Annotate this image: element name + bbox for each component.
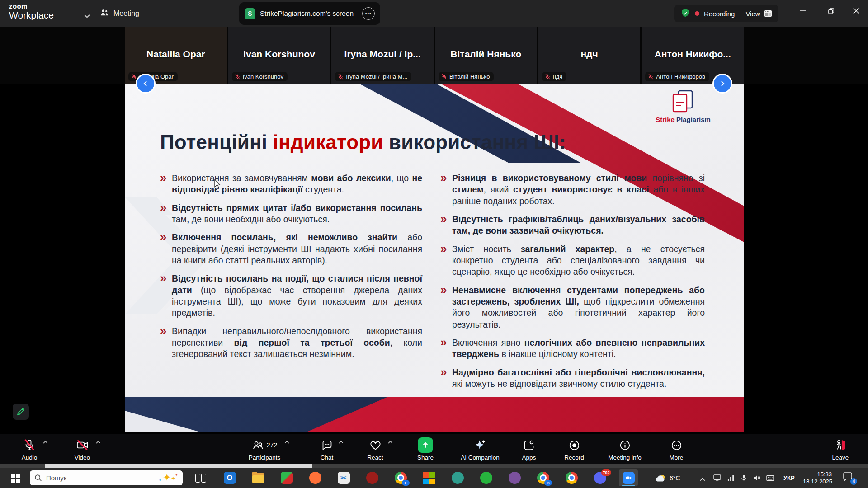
monitor-icon[interactable] [713, 474, 721, 481]
slide-title: Потенційні індикатори використання ШІ: [160, 131, 566, 154]
participant-label-text: Віталій Нянько [449, 73, 490, 80]
messenger-unread-icon[interactable]: 702 [590, 469, 609, 486]
tab-options-icon[interactable]: ••• [362, 7, 375, 20]
microphone-muted-icon [648, 74, 654, 80]
chrome-icon[interactable] [562, 469, 581, 486]
leave-button[interactable]: Leave [816, 437, 865, 461]
speaker-icon[interactable] [753, 474, 760, 481]
shared-screen-slide: Strike Plagiarism Потенційні індикатори … [125, 84, 744, 432]
logo-word-zoom: zoom [9, 3, 54, 9]
previous-participants-button[interactable] [136, 74, 156, 94]
view-grid-icon [764, 10, 772, 17]
react-button[interactable]: React [350, 437, 400, 461]
earth-browser-icon[interactable] [448, 469, 467, 486]
microphone-tray-icon[interactable] [741, 474, 747, 482]
snipping-tool-icon[interactable]: ✂ [334, 469, 353, 486]
chevrons-bullet-icon: » [440, 367, 452, 390]
scrollbar-thumb[interactable] [45, 464, 312, 468]
viber-icon[interactable] [505, 469, 524, 486]
chat-options-chevron-icon[interactable] [339, 437, 344, 446]
annotate-button[interactable] [13, 404, 29, 420]
paint-red-icon[interactable] [363, 469, 382, 486]
participants-button[interactable]: 272 Participants [235, 437, 294, 461]
close-button[interactable] [844, 0, 868, 22]
chevron-down-icon[interactable] [84, 12, 90, 20]
keyboard-icon[interactable] [766, 475, 774, 481]
start-button[interactable] [6, 471, 24, 485]
restore-button[interactable] [819, 0, 843, 22]
chevrons-bullet-icon: » [440, 173, 452, 207]
zoom-toolbar: Audio Video [0, 434, 868, 464]
slide-title-segment: індикатори [273, 131, 383, 153]
clock-widget[interactable]: 15:33 18.12.2025 [803, 471, 832, 486]
network-icon[interactable] [727, 474, 735, 481]
microphone-muted-icon [235, 74, 241, 80]
share-button[interactable]: Share [401, 437, 450, 461]
firefox-icon[interactable] [306, 469, 325, 486]
finereader-icon[interactable] [277, 469, 296, 486]
participant-tile[interactable]: Віталій НянькоВіталій Нянько [435, 27, 537, 84]
office-hub-icon[interactable] [420, 469, 439, 486]
bullet-text: Зміст носить загальний характер, а не ст… [452, 244, 705, 278]
recording-label: Recording [704, 10, 735, 18]
react-options-chevron-icon[interactable] [388, 437, 393, 446]
apps-label: Apps [504, 454, 554, 461]
windows-logo-icon [10, 473, 21, 483]
minimize-button[interactable] [791, 0, 815, 22]
language-indicator[interactable]: УКР [783, 468, 795, 488]
participant-name: Nataliia Opar [125, 49, 227, 60]
chat-button[interactable]: Chat [302, 437, 352, 461]
ai-companion-button[interactable]: AI Companion [455, 437, 505, 461]
weather-temp: 6°C [670, 474, 680, 482]
search-input[interactable]: Пошук ✦✦✦● [30, 470, 183, 485]
bullet-item: »Відсутність посилань на події, що стали… [160, 273, 422, 319]
view-button[interactable]: View [745, 10, 772, 18]
video-button[interactable]: Video [57, 437, 107, 461]
apps-button[interactable]: Apps [504, 437, 554, 461]
participant-tile[interactable]: ндчндч [538, 27, 641, 84]
messenger-green-icon[interactable] [476, 469, 495, 486]
chrome-profile-l-icon[interactable]: L [391, 469, 410, 486]
documents-icon [671, 90, 695, 113]
next-participants-button[interactable] [712, 74, 732, 94]
chevrons-bullet-icon: » [160, 202, 172, 225]
bullet-column-right: »Різниця в використовуваному стилі мови … [440, 173, 705, 397]
zoom-app-icon[interactable] [619, 469, 638, 486]
bullet-item: »Зміст носить загальний характер, а не с… [440, 244, 705, 278]
participant-tile[interactable]: Ivan KorshunovIvan Korshunov [228, 27, 330, 84]
profile-badge: L [402, 480, 410, 486]
bullet-text: Відсутність прямих цитат і/або використа… [172, 202, 422, 225]
bullet-item: »Ненавмисне включення студентами поперед… [440, 285, 705, 330]
security-shield-icon[interactable] [680, 8, 690, 19]
heart-icon [369, 439, 382, 451]
notification-center-button[interactable]: 4 [843, 472, 855, 483]
participant-tile[interactable]: Iryna Mozul / Ip...Iryna Mozul / Ірина М… [331, 27, 434, 84]
participants-strip: Nataliia OparNataliia OparIvan Korshunov… [0, 27, 868, 84]
audio-options-chevron-icon[interactable] [43, 437, 48, 446]
outlook-icon[interactable]: O [220, 469, 239, 486]
file-explorer-icon[interactable] [249, 469, 268, 486]
task-view-icon[interactable] [192, 469, 211, 486]
clock-time: 15:33 [803, 471, 832, 478]
video-options-chevron-icon[interactable] [96, 437, 101, 446]
leave-icon [834, 439, 847, 451]
audio-button[interactable]: Audio [5, 437, 54, 461]
participant-label: Ivan Korshunov [232, 72, 288, 81]
more-button[interactable]: More [651, 437, 701, 461]
participant-label: Віталій Нянько [439, 72, 494, 81]
participant-label-text: Iryna Mozul / Ірина М... [346, 73, 407, 80]
record-button[interactable]: Record [549, 437, 599, 461]
tab-shared-screen[interactable]: S StrikePlagiarism.com's screen ••• [239, 2, 380, 25]
bullet-text: Різниця в використовуваному стилі мови п… [452, 173, 705, 207]
logo-word-workplace: Workplace [9, 10, 54, 20]
copilot-sparkles-icon[interactable]: ✦✦✦● [157, 472, 178, 484]
info-icon [619, 439, 631, 451]
chrome-profile-b-icon[interactable]: B [533, 469, 552, 486]
horizontal-scrollbar[interactable] [0, 464, 868, 468]
hidden-icons-chevron-icon[interactable] [700, 475, 705, 483]
weather-widget[interactable]: 6°C [655, 468, 680, 488]
participants-options-chevron-icon[interactable] [284, 437, 289, 446]
participants-icon [252, 439, 264, 451]
tab-meeting[interactable]: Meeting [99, 0, 139, 27]
meeting-info-button[interactable]: Meeting info [600, 437, 650, 461]
